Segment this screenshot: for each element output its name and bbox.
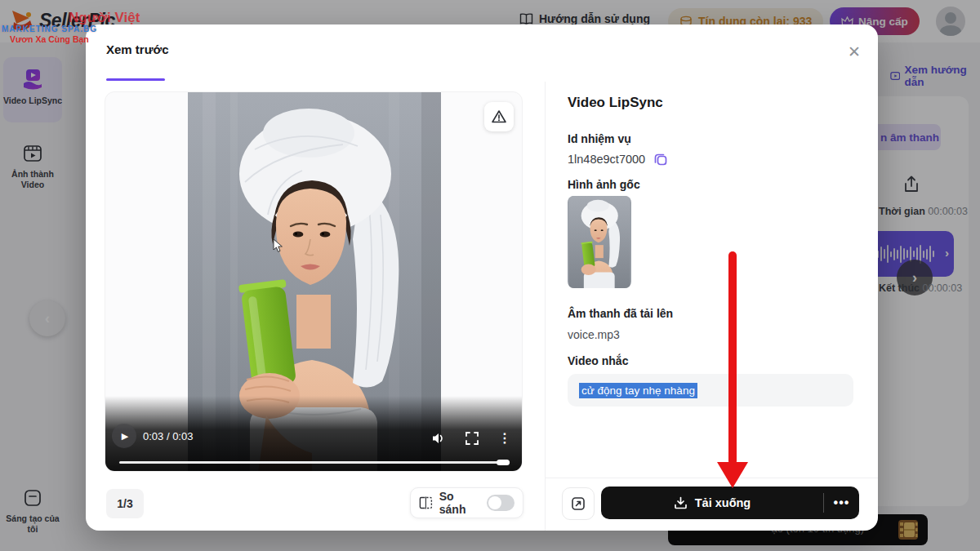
- warning-icon: [491, 109, 507, 124]
- download-button-group: Tải xuống •••: [601, 487, 859, 519]
- mouse-cursor: [273, 238, 283, 253]
- compare-control[interactable]: So sánh: [410, 487, 523, 518]
- footer-divider: [545, 478, 878, 478]
- copy-icon[interactable]: [653, 152, 668, 167]
- regenerate-button[interactable]: [562, 487, 595, 520]
- active-tab-underline: [106, 78, 165, 81]
- original-image-label: Hình ảnh gốc: [568, 178, 640, 191]
- fullscreen-icon[interactable]: [466, 432, 479, 445]
- compare-toggle[interactable]: [487, 495, 514, 511]
- more-options-button[interactable]: •••: [824, 487, 859, 519]
- close-icon: ✕: [848, 42, 861, 61]
- compare-icon: [419, 496, 433, 509]
- video-prompt-label: Video nhắc: [568, 354, 628, 367]
- play-icon: ▶: [122, 431, 128, 442]
- video-prompt-text: cử động tay nhẹ nhàng: [579, 383, 697, 398]
- original-image-thumbnail[interactable]: [568, 196, 631, 288]
- regenerate-icon: [570, 495, 586, 512]
- download-icon: [674, 496, 688, 509]
- close-button[interactable]: ✕: [842, 39, 866, 64]
- report-warning-button[interactable]: [484, 102, 514, 131]
- toggle-knob: [488, 496, 501, 509]
- modal-title: Xem trước: [106, 42, 169, 56]
- compare-label: So sánh: [439, 490, 481, 516]
- ellipsis-icon: •••: [834, 495, 850, 510]
- uploaded-audio-label: Âm thanh đã tải lên: [568, 307, 673, 320]
- volume-icon[interactable]: [431, 432, 446, 445]
- app-window: SellerPic Hướng dẫn sử dụng Tín dụng còn…: [0, 0, 980, 551]
- video-prompt-field[interactable]: cử động tay nhẹ nhàng: [568, 374, 853, 407]
- preview-modal: Xem trước ✕: [86, 24, 878, 531]
- playback-time: 0:03 / 0:03: [143, 430, 193, 442]
- panel-divider: [545, 82, 546, 531]
- progress-handle[interactable]: [497, 460, 510, 465]
- play-button[interactable]: ▶: [112, 424, 136, 448]
- uploaded-audio-filename: voice.mp3: [568, 328, 620, 341]
- arrow-shaft: [728, 251, 737, 465]
- page-counter-badge: 1/3: [106, 489, 144, 518]
- download-button[interactable]: Tải xuống: [601, 487, 823, 519]
- player-menu-icon[interactable]: ⋮: [498, 430, 512, 446]
- arrow-head: [717, 462, 748, 488]
- video-progress-bar[interactable]: [119, 461, 510, 464]
- download-label: Tải xuống: [695, 496, 751, 509]
- details-heading: Video LipSync: [568, 95, 663, 111]
- video-player[interactable]: ▶ 0:03 / 0:03 ⋮: [105, 91, 523, 472]
- task-id-value: 1ln48e9ct7000: [568, 153, 645, 166]
- task-id-label: Id nhiệm vụ: [568, 132, 631, 145]
